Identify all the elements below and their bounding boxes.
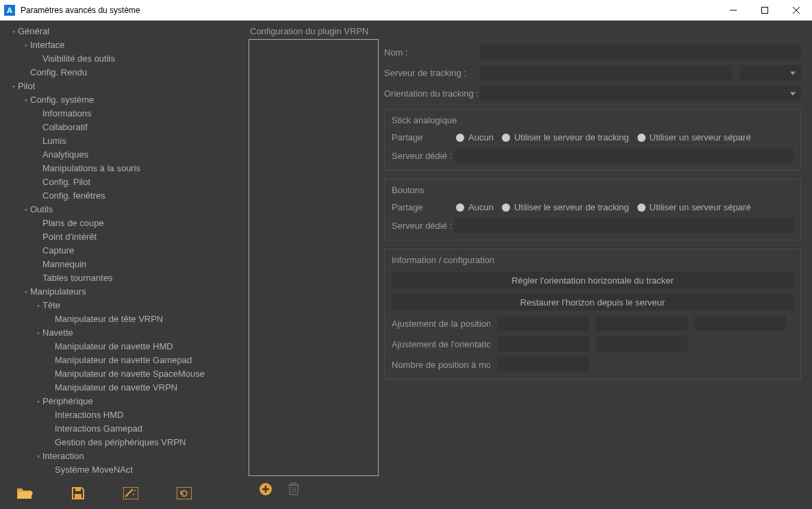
sidebar: ▾Général▾InterfaceVisibilité des outilsC… bbox=[0, 21, 246, 509]
tree-item[interactable]: Manipulations à la souris bbox=[1, 162, 246, 175]
pos-adjust-y[interactable] bbox=[596, 316, 687, 331]
tree-item[interactable]: Interactions Gamepad bbox=[1, 422, 246, 436]
chevron-down-icon[interactable]: ▾ bbox=[22, 289, 30, 295]
tree-item-label: Interface bbox=[30, 39, 65, 51]
info-title: Information / configuration bbox=[392, 255, 794, 265]
restore-horizon-button[interactable]: Restaurer l'horizon depuis le serveur bbox=[392, 294, 794, 310]
tree-item-label: Tables tournantes bbox=[42, 272, 113, 284]
tree-item[interactable]: ▾Config. système bbox=[1, 93, 246, 107]
tree-item-label: Manipulations à la souris bbox=[42, 162, 140, 175]
tree-item[interactable]: Plans de coupe bbox=[1, 216, 246, 230]
minimize-button[interactable] bbox=[718, 0, 749, 20]
chevron-down-icon[interactable]: ▾ bbox=[34, 454, 42, 460]
set-horizontal-button[interactable]: Régler l'orientation horizontale du trac… bbox=[392, 272, 794, 288]
close-button[interactable] bbox=[781, 0, 812, 20]
tree-item[interactable]: Manipulateur de navette Gamepad bbox=[1, 353, 246, 367]
tree-item[interactable]: Config. fenêtres bbox=[1, 189, 246, 203]
name-input[interactable] bbox=[480, 45, 801, 60]
tree-item[interactable]: Tables tournantes bbox=[1, 271, 246, 285]
analog-dedicated-input[interactable] bbox=[455, 148, 794, 163]
app-window: A Paramètres avancés du système ▾Général… bbox=[0, 0, 812, 509]
tree-item[interactable]: Manipulateur de tête VRPN bbox=[1, 312, 246, 326]
app-icon: A bbox=[4, 5, 15, 16]
tree-item[interactable]: Collaboratif bbox=[1, 121, 246, 134]
buttons-opt-none[interactable]: Aucun bbox=[456, 202, 494, 212]
pos-count-input[interactable] bbox=[497, 357, 589, 372]
tree-item[interactable]: Système MoveNAct bbox=[1, 463, 246, 477]
add-icon[interactable] bbox=[258, 482, 273, 499]
wand-icon[interactable] bbox=[123, 487, 138, 499]
buttons-opt-separate[interactable]: Utiliser un serveur séparé bbox=[637, 202, 751, 212]
vrpn-listbox[interactable] bbox=[249, 39, 379, 476]
analog-opt-separate[interactable]: Utiliser un serveur séparé bbox=[637, 132, 751, 142]
analog-title: Stick analogique bbox=[392, 115, 794, 125]
chevron-down-icon[interactable]: ▾ bbox=[34, 330, 42, 336]
tree-item-label: Système MoveNAct bbox=[55, 464, 133, 476]
tree-item[interactable]: Visibilité des outils bbox=[1, 52, 246, 66]
tree-item-label: Lumis bbox=[42, 135, 66, 147]
analog-dedicated-label: Serveur dédié : bbox=[392, 151, 448, 161]
analog-opt-none[interactable]: Aucun bbox=[456, 132, 494, 142]
tree-item[interactable]: ▾Général bbox=[1, 25, 246, 38]
chevron-down-icon[interactable]: ▾ bbox=[10, 84, 18, 90]
chevron-down-icon[interactable]: ▾ bbox=[34, 303, 42, 309]
buttons-opt-tracking[interactable]: Utiliser le serveur de tracking bbox=[502, 202, 629, 212]
tree-item[interactable]: Interactions HMD bbox=[1, 408, 246, 422]
tree-item[interactable]: Config. Rendu bbox=[1, 66, 246, 79]
tree-item[interactable]: ▾Manipulateurs bbox=[1, 285, 246, 299]
tree-item-label: Interactions Gamepad bbox=[55, 423, 142, 435]
tracking-orient-select[interactable] bbox=[480, 86, 801, 101]
delete-icon[interactable] bbox=[288, 482, 299, 498]
chevron-down-icon[interactable]: ▾ bbox=[34, 399, 42, 405]
svg-rect-5 bbox=[75, 494, 81, 499]
tracking-server-input[interactable] bbox=[480, 65, 733, 80]
tree-item[interactable]: Config. Pilot bbox=[1, 175, 246, 189]
tree-item-label: Pilot bbox=[18, 80, 35, 92]
tree-item[interactable]: ▾Interaction bbox=[1, 449, 246, 463]
maximize-button[interactable] bbox=[749, 0, 781, 20]
buttons-title: Boutons bbox=[392, 185, 794, 195]
tree-item[interactable]: Analytiques bbox=[1, 148, 246, 162]
tree-item-label: Manipulateurs bbox=[30, 286, 86, 298]
tracking-server-select[interactable] bbox=[739, 65, 801, 80]
svg-point-8 bbox=[134, 490, 136, 491]
tree-item[interactable]: ▾Périphérique bbox=[1, 395, 246, 408]
tree-item[interactable]: Capture bbox=[1, 244, 246, 258]
svg-rect-4 bbox=[75, 488, 81, 491]
tree-item[interactable]: Lumis bbox=[1, 134, 246, 148]
tree-item[interactable]: ▾Interface bbox=[1, 38, 246, 52]
pos-adjust-x[interactable] bbox=[497, 316, 589, 331]
svg-point-9 bbox=[133, 494, 134, 495]
tree-item[interactable]: Informations bbox=[1, 107, 246, 121]
chevron-down-icon[interactable]: ▾ bbox=[22, 207, 30, 213]
chevron-down-icon[interactable]: ▾ bbox=[22, 97, 30, 103]
tree-item[interactable]: ▾Tête bbox=[1, 299, 246, 312]
reset-icon[interactable] bbox=[177, 487, 192, 499]
chevron-down-icon[interactable]: ▾ bbox=[10, 29, 18, 35]
tree-item-label: Tête bbox=[42, 299, 60, 312]
save-icon[interactable] bbox=[71, 486, 85, 500]
open-icon[interactable] bbox=[16, 486, 33, 500]
tree-item[interactable]: Manipulateur de navette VRPN bbox=[1, 381, 246, 395]
tree-item[interactable]: Mannequin bbox=[1, 258, 246, 271]
analog-opt-tracking[interactable]: Utiliser le serveur de tracking bbox=[502, 132, 629, 142]
tree-item-label: Périphérique bbox=[42, 395, 93, 408]
buttons-dedicated-input[interactable] bbox=[455, 218, 794, 233]
pos-count-label: Nombre de position à mo bbox=[392, 360, 490, 370]
tree-item[interactable]: ▾Navette bbox=[1, 326, 246, 340]
tree-item[interactable]: Gestion des périphériques VRPN bbox=[1, 436, 246, 449]
tree-item-label: Config. système bbox=[30, 94, 94, 106]
tree-item-label: Informations bbox=[42, 108, 92, 120]
tree-item[interactable]: Point d'intérêt bbox=[1, 230, 246, 244]
buttons-share-label: Partage bbox=[392, 202, 448, 212]
tree-item[interactable]: ▾Outils bbox=[1, 203, 246, 216]
tree-item[interactable]: Manipulateur de navette SpaceMouse bbox=[1, 367, 246, 381]
tree-item[interactable]: Manipulateur de navette HMD bbox=[1, 340, 246, 353]
chevron-down-icon[interactable]: ▾ bbox=[22, 42, 30, 49]
settings-tree[interactable]: ▾Général▾InterfaceVisibilité des outilsC… bbox=[0, 21, 246, 477]
tracking-orient-label: Orientation du tracking : bbox=[384, 88, 473, 99]
orient-adjust-x[interactable] bbox=[497, 336, 589, 351]
orient-adjust-y[interactable] bbox=[596, 336, 687, 351]
tree-item[interactable]: ▾Pilot bbox=[1, 79, 246, 93]
pos-adjust-z[interactable] bbox=[694, 316, 786, 331]
